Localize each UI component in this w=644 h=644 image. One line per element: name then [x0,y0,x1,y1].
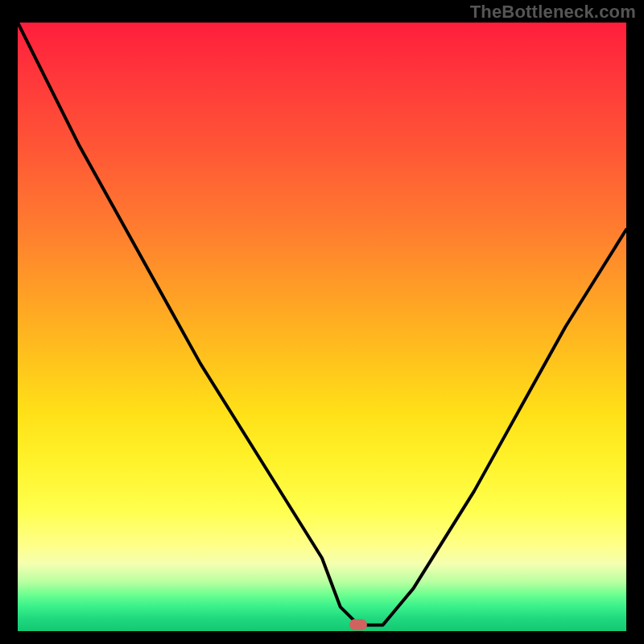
bottleneck-curve [18,23,626,631]
watermark-text: TheBottleneck.com [470,2,636,23]
chart-frame: TheBottleneck.com [0,0,644,644]
plot-area [18,23,626,631]
curve-path [18,23,626,625]
optimal-point-marker [349,619,367,630]
